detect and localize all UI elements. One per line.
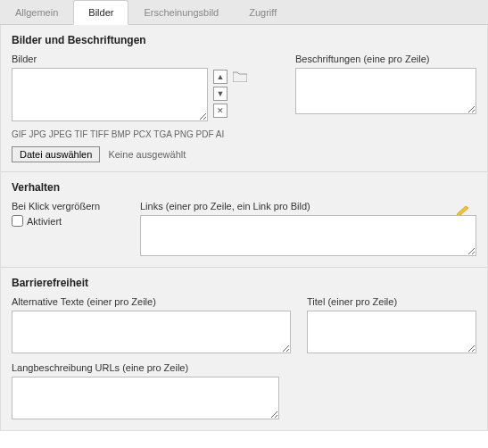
formats-text: GIF JPG JPEG TIF TIFF BMP PCX TGA PNG PD… <box>12 129 261 141</box>
enlarge-label: Bei Klick vergrößern <box>12 201 128 212</box>
longdesc-textarea[interactable] <box>12 377 279 419</box>
file-status: Keine ausgewählt <box>108 149 186 160</box>
section-title-verhalten: Verhalten <box>12 181 476 194</box>
activated-checkbox[interactable] <box>12 215 23 227</box>
alt-textarea[interactable] <box>12 311 291 353</box>
bilder-label: Bilder <box>12 54 279 64</box>
title-label: Titel (einer pro Zeile) <box>307 296 476 307</box>
folder-icon[interactable] <box>233 71 247 82</box>
choose-file-button[interactable]: Datei auswählen <box>12 146 100 162</box>
tab-erscheinungsbild[interactable]: Erscheinungsbild <box>128 0 234 24</box>
divider <box>1 267 487 268</box>
tab-allgemein[interactable]: Allgemein <box>0 0 73 24</box>
section-title-bilder: Bilder und Beschriftungen <box>12 34 476 46</box>
tab-bilder[interactable]: Bilder <box>73 0 128 25</box>
move-up-button[interactable]: ▲ <box>213 70 227 84</box>
links-textarea[interactable] <box>140 215 476 256</box>
alt-label: Alternative Texte (einer pro Zeile) <box>12 296 291 307</box>
activated-label: Aktiviert <box>27 216 62 227</box>
links-label: Links (einer pro Zeile, ein Link pro Bil… <box>140 201 476 212</box>
edit-icon[interactable] <box>457 204 471 215</box>
panel-bilder: Bilder und Beschriftungen Bilder ▲ ▼ ✕ B… <box>0 25 488 431</box>
divider <box>1 171 487 172</box>
remove-button[interactable]: ✕ <box>213 104 227 118</box>
move-down-button[interactable]: ▼ <box>213 87 227 101</box>
title-textarea[interactable] <box>307 311 476 353</box>
tab-bar: Allgemein Bilder Erscheinungsbild Zugrif… <box>0 0 488 25</box>
captions-label: Beschriftungen (eine pro Zeile) <box>295 54 476 64</box>
bilder-textarea[interactable] <box>12 68 208 121</box>
captions-textarea[interactable] <box>295 68 476 114</box>
longdesc-label: Langbeschreibung URLs (eine pro Zeile) <box>12 362 476 373</box>
tab-zugriff[interactable]: Zugriff <box>234 0 292 24</box>
section-title-barrierefreiheit: Barrierefreiheit <box>12 277 476 289</box>
